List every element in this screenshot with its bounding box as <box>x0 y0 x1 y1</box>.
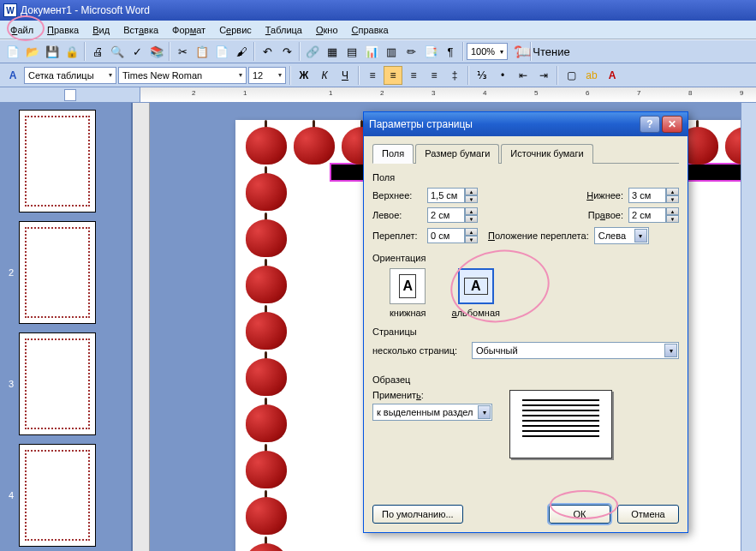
menu-insert[interactable]: Вставка <box>116 23 165 37</box>
menubar: Файл Правка Вид Вставка Формат Сервис Та… <box>0 21 756 39</box>
multipages-select[interactable]: Обычный▾ <box>472 342 679 359</box>
thumb-page-2[interactable] <box>19 221 96 324</box>
hyperlink-icon[interactable]: 🔗 <box>303 42 322 61</box>
thumb-page-4[interactable] <box>19 444 96 547</box>
menu-edit[interactable]: Правка <box>40 23 86 37</box>
bold-button[interactable]: Ж <box>295 66 313 85</box>
menu-view[interactable]: Вид <box>86 23 116 37</box>
margins-group-title: Поля <box>372 172 679 183</box>
style-combo[interactable]: Сетка таблицы▾ <box>24 67 116 84</box>
apple-art <box>242 394 290 442</box>
apple-art <box>242 117 290 165</box>
dialog-help-button[interactable]: ? <box>640 116 660 133</box>
paste-icon[interactable]: 📄 <box>212 42 231 61</box>
showhide-icon[interactable]: ¶ <box>441 42 460 61</box>
new-doc-icon[interactable]: 📄 <box>3 42 22 61</box>
open-icon[interactable]: 📂 <box>23 42 42 61</box>
apple-art <box>242 209 290 257</box>
italic-button[interactable]: К <box>315 66 334 85</box>
dec-indent-icon[interactable]: ⇤ <box>514 66 533 85</box>
dialog-title: Параметры страницы <box>369 118 473 130</box>
menu-tools[interactable]: Сервис <box>212 23 259 37</box>
orientation-group-title: Ориентация <box>372 253 679 263</box>
gutter-input[interactable]: ▲▼ <box>427 228 478 243</box>
apple-art <box>242 163 290 211</box>
thumb-page-3[interactable] <box>19 332 96 435</box>
formatting-toolbar: A Сетка таблицы▾ Times New Roman▾ 12▾ Ж … <box>0 63 756 87</box>
default-button[interactable]: По умолчанию... <box>372 505 463 524</box>
highlight-icon[interactable]: ab <box>582 66 601 85</box>
tables-borders-icon[interactable]: ▦ <box>323 42 342 61</box>
fontsize-combo[interactable]: 12▾ <box>248 67 286 84</box>
standard-toolbar: 📄 📂 💾 🔒 🖨 🔍 ✓ 📚 ✂ 📋 📄 🖌 ↶ ↷ 🔗 ▦ ▤ 📊 ▥ ✏ … <box>0 39 756 63</box>
margin-bottom-input[interactable]: ▲▼ <box>628 188 679 203</box>
margin-top-input[interactable]: ▲▼ <box>427 188 478 203</box>
margin-right-input[interactable]: ▲▼ <box>628 207 679 223</box>
dialog-titlebar[interactable]: Параметры страницы ? ✕ <box>364 112 688 136</box>
applyto-select[interactable]: к выделенным раздел▾ <box>372 404 492 421</box>
permissions-icon[interactable]: 🔒 <box>63 42 81 61</box>
tab-paper[interactable]: Размер бумаги <box>415 144 499 164</box>
excel-icon[interactable]: 📊 <box>362 42 381 61</box>
insert-table-icon[interactable]: ▤ <box>342 42 361 61</box>
copy-icon[interactable]: 📋 <box>193 42 211 61</box>
spellcheck-icon[interactable]: ✓ <box>128 42 146 61</box>
redo-icon[interactable]: ↷ <box>277 42 296 61</box>
tab-selector-icon[interactable] <box>64 89 76 101</box>
font-combo[interactable]: Times New Roman▾ <box>118 67 247 84</box>
underline-button[interactable]: Ч <box>336 66 354 85</box>
pages-group-title: Страницы <box>372 326 679 337</box>
applyto-label: Применить: <box>372 390 492 400</box>
align-right-icon[interactable]: ≡ <box>404 66 423 85</box>
dialog-tabs: Поля Размер бумаги Источник бумаги <box>372 143 679 164</box>
print-icon[interactable]: 🖨 <box>88 42 107 61</box>
research-icon[interactable]: 📚 <box>147 42 166 61</box>
vertical-scrollbar[interactable] <box>741 103 756 551</box>
dialog-close-button[interactable]: ✕ <box>662 116 682 133</box>
reading-layout-button[interactable]: 📖 Чтение <box>534 42 553 61</box>
document-title: Документ1 - Microsoft Word <box>21 4 150 16</box>
multipages-label: несколько страниц: <box>372 345 467 356</box>
cut-icon[interactable]: ✂ <box>173 42 192 61</box>
page-preview <box>509 390 612 458</box>
word-app-icon: W <box>3 3 17 17</box>
bullets-icon[interactable]: • <box>493 66 512 85</box>
drawing-icon[interactable]: ✏ <box>402 42 420 61</box>
menu-window[interactable]: Окно <box>309 23 345 37</box>
menu-file[interactable]: Файл <box>3 23 40 37</box>
align-left-icon[interactable]: ≡ <box>363 66 382 85</box>
formatpainter-icon[interactable]: 🖌 <box>232 42 251 61</box>
ok-button[interactable]: ОК <box>549 505 610 524</box>
preview-icon[interactable]: 🔍 <box>108 42 127 61</box>
thumb-page-1[interactable] <box>19 110 96 213</box>
zoom-combo[interactable]: 100%▾ <box>467 43 508 60</box>
gutter-pos-select[interactable]: Слева▾ <box>594 227 649 244</box>
numbering-icon[interactable]: ⅓ <box>473 66 491 85</box>
page-setup-dialog: Параметры страницы ? ✕ Поля Размер бумаг… <box>363 111 688 533</box>
save-icon[interactable]: 💾 <box>43 42 62 61</box>
styles-pane-icon[interactable]: A <box>3 66 22 85</box>
menu-help[interactable]: Справка <box>345 23 396 37</box>
align-center-icon[interactable]: ≡ <box>384 66 402 85</box>
columns-icon[interactable]: ▥ <box>382 42 401 61</box>
cancel-button[interactable]: Отмена <box>617 505 679 524</box>
menu-table[interactable]: Таблица <box>259 23 309 37</box>
line-spacing-icon[interactable]: ‡ <box>445 66 464 85</box>
orientation-portrait[interactable]: A книжная <box>390 268 426 318</box>
thumbnails-panel: 2 3 4 5 <box>0 103 133 551</box>
align-justify-icon[interactable]: ≡ <box>425 66 443 85</box>
horizontal-ruler[interactable]: 21 123 456 789 <box>0 87 756 103</box>
margin-right-label: Правое: <box>574 210 623 220</box>
orientation-landscape[interactable]: A альбомная <box>452 268 500 318</box>
vertical-ruler[interactable] <box>133 103 150 551</box>
menu-format[interactable]: Формат <box>165 23 212 37</box>
undo-icon[interactable]: ↶ <box>258 42 277 61</box>
docmap-icon[interactable]: 📑 <box>421 42 440 61</box>
inc-indent-icon[interactable]: ⇥ <box>534 66 553 85</box>
borders-icon[interactable]: ▢ <box>562 66 580 85</box>
gutter-label: Переплет: <box>372 231 422 241</box>
margin-left-input[interactable]: ▲▼ <box>427 207 478 223</box>
tab-margins[interactable]: Поля <box>372 144 414 164</box>
font-color-icon[interactable]: A <box>603 66 622 85</box>
tab-layout[interactable]: Источник бумаги <box>501 144 592 164</box>
